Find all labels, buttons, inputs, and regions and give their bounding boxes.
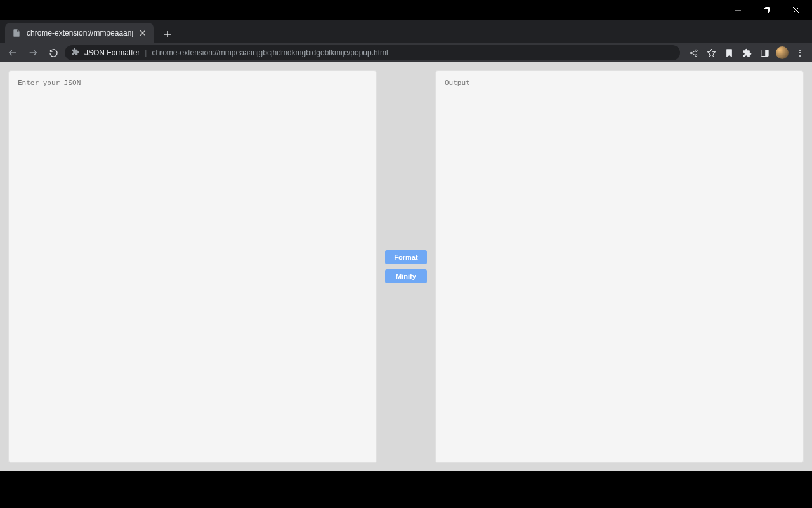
nav-forward-button[interactable]	[24, 44, 42, 62]
page-viewport: Format Minify	[0, 62, 812, 508]
json-input[interactable]	[8, 70, 377, 463]
side-panel-icon[interactable]	[756, 44, 773, 61]
json-output[interactable]	[435, 70, 804, 463]
omnibox-extension-name: JSON Formatter	[84, 48, 140, 57]
nav-reload-button[interactable]	[44, 44, 62, 62]
tab-title: chrome-extension://mmpeaaanj	[27, 29, 133, 37]
minify-button[interactable]: Minify	[385, 269, 427, 283]
profile-avatar[interactable]	[774, 44, 790, 61]
action-column: Format Minify	[385, 70, 427, 463]
svg-point-12	[695, 54, 697, 56]
reading-list-icon[interactable]	[721, 44, 737, 61]
extension-icon	[71, 48, 79, 58]
nav-back-button[interactable]	[4, 44, 22, 62]
window-close-button[interactable]	[782, 0, 811, 20]
share-icon[interactable]	[685, 44, 702, 61]
toolbar-actions: ⋮	[683, 44, 808, 61]
svg-rect-16	[765, 50, 768, 56]
tab-strip: chrome-extension://mmpeaaanj	[0, 20, 812, 43]
omnibox-separator: |	[145, 48, 147, 57]
browser-toolbar: JSON Formatter | chrome-extension://mmpe…	[0, 43, 812, 62]
browser-menu-button[interactable]: ⋮	[792, 44, 808, 61]
bottom-letterbox	[0, 471, 812, 508]
bookmark-star-icon[interactable]	[703, 44, 719, 61]
avatar-icon	[776, 46, 789, 59]
svg-point-10	[690, 52, 692, 54]
file-icon	[11, 28, 22, 38]
omnibox-url: chrome-extension://mmpeaaanjgbcjhdmdkmgb…	[152, 48, 388, 57]
format-button[interactable]: Format	[385, 250, 427, 264]
tab-close-icon[interactable]	[138, 29, 147, 37]
svg-rect-1	[764, 9, 769, 13]
address-bar[interactable]: JSON Formatter | chrome-extension://mmpe…	[65, 45, 680, 60]
window-minimize-button[interactable]	[723, 0, 752, 20]
new-tab-button[interactable]	[159, 25, 176, 43]
json-formatter-app: Format Minify	[0, 62, 812, 471]
extensions-puzzle-icon[interactable]	[738, 44, 755, 61]
svg-marker-13	[707, 49, 716, 57]
browser-tab-active[interactable]: chrome-extension://mmpeaaanj	[5, 23, 154, 43]
os-titlebar	[0, 0, 812, 20]
window-maximize-button[interactable]	[752, 0, 782, 20]
